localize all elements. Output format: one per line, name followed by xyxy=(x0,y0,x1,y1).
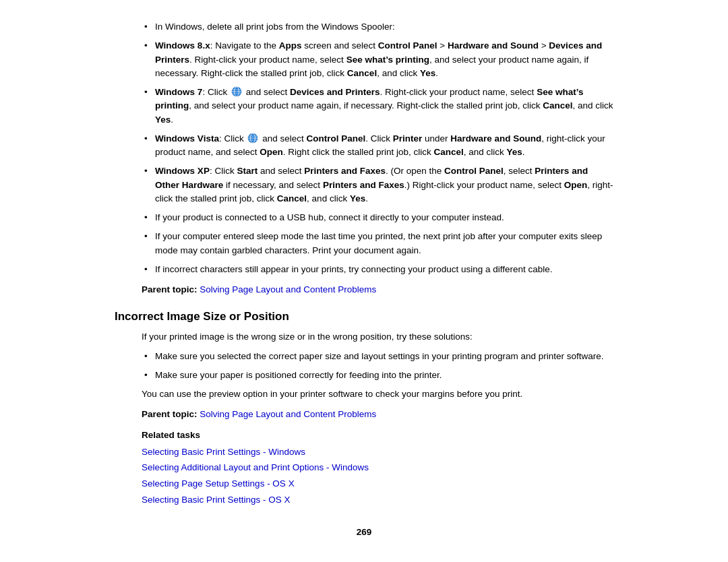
parent-topic-2-link[interactable]: Solving Page Layout and Content Problems xyxy=(200,409,376,419)
section-intro: If your printed image is the wrong size … xyxy=(142,330,613,344)
related-tasks-section: Related tasks Selecting Basic Print Sett… xyxy=(142,429,613,507)
bullet-cable: If incorrect characters still appear in … xyxy=(142,263,613,276)
bullet-xp: Windows XP: Click Start and select Print… xyxy=(142,164,613,206)
bullet-vista: Windows Vista: Click and select Control … xyxy=(142,132,613,160)
extra-bullets: If your product is connected to a USB hu… xyxy=(142,211,613,276)
related-task-4: Selecting Basic Print Settings - OS X xyxy=(142,493,613,507)
bullet-spooler: In Windows, delete all print jobs from t… xyxy=(142,20,613,34)
top-bullets: In Windows, delete all print jobs from t… xyxy=(142,20,613,34)
nested-bullets: Windows 8.x: Navigate to the Apps screen… xyxy=(142,39,613,206)
bullet-usb: If your product is connected to a USB hu… xyxy=(142,211,613,224)
page-container: In Windows, delete all print jobs from t… xyxy=(101,0,627,562)
related-task-1-link[interactable]: Selecting Basic Print Settings - Windows xyxy=(142,447,305,457)
related-task-2: Selecting Additional Layout and Print Op… xyxy=(142,460,613,475)
page-number: 269 xyxy=(115,527,613,537)
related-task-2-link[interactable]: Selecting Additional Layout and Print Op… xyxy=(142,462,369,472)
windows-globe-icon-vista xyxy=(247,133,258,144)
bullet-sleep: If your computer entered sleep mode the … xyxy=(142,230,613,257)
section-note: You can use the preview option in your p… xyxy=(142,387,613,401)
section-heading: Incorrect Image Size or Position xyxy=(115,310,613,323)
bullet-win8: Windows 8.x: Navigate to the Apps screen… xyxy=(142,39,613,80)
related-task-4-link[interactable]: Selecting Basic Print Settings - OS X xyxy=(142,495,291,505)
related-tasks-list: Selecting Basic Print Settings - Windows… xyxy=(142,445,613,507)
parent-topic-1-link[interactable]: Solving Page Layout and Content Problems xyxy=(200,284,376,294)
windows-globe-icon xyxy=(231,86,242,97)
related-task-1: Selecting Basic Print Settings - Windows xyxy=(142,445,613,460)
related-tasks-heading: Related tasks xyxy=(142,429,613,442)
bullet-win7: Windows 7: Click and select Devices and … xyxy=(142,86,613,127)
section-bullet-1: Make sure you selected the correct paper… xyxy=(142,350,613,363)
section-bullets: Make sure you selected the correct paper… xyxy=(142,350,613,383)
related-task-3: Selecting Page Setup Settings - OS X xyxy=(142,476,613,491)
related-task-3-link[interactable]: Selecting Page Setup Settings - OS X xyxy=(142,478,295,489)
section-bullet-2: Make sure your paper is positioned corre… xyxy=(142,369,613,382)
parent-topic-1: Parent topic: Solving Page Layout and Co… xyxy=(142,283,613,296)
parent-topic-2: Parent topic: Solving Page Layout and Co… xyxy=(142,408,613,421)
